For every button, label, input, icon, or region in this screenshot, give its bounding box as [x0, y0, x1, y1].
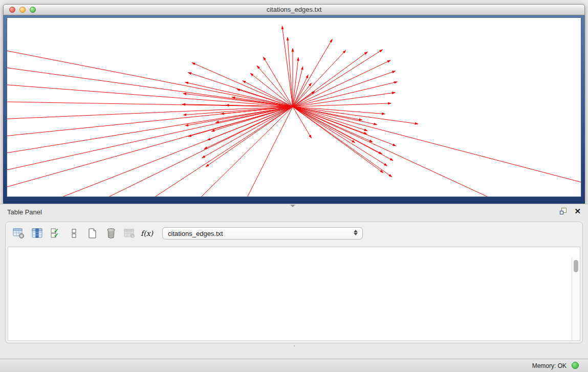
table-panel-body: ✓✓ x f(x) citations_edges.txt: [5, 222, 583, 343]
table-panel-titlebar: Table Panel ✕: [0, 204, 588, 221]
combo-stepper-icon: [354, 230, 358, 235]
new-table-icon[interactable]: [84, 226, 101, 241]
delete-table-icon[interactable]: [103, 226, 119, 241]
table-selector-dropdown[interactable]: citations_edges.txt: [162, 227, 363, 239]
table-selector-value: citations_edges.txt: [168, 230, 223, 237]
table-panel-title: Table Panel: [7, 208, 42, 216]
network-canvas[interactable]: [7, 17, 581, 197]
function-builder-icon[interactable]: f(x): [141, 229, 153, 237]
zoom-window-icon[interactable]: [30, 7, 36, 13]
status-bar: Memory: OK: [0, 359, 588, 372]
table-toolbar: ✓✓ x f(x) citations_edges.txt: [6, 222, 582, 245]
table-settings-icon[interactable]: [11, 226, 27, 241]
node-table: [8, 247, 580, 341]
select-columns-icon[interactable]: ✓✓: [48, 226, 64, 241]
float-panel-icon[interactable]: [560, 208, 567, 214]
table-type-tabs: [294, 345, 295, 346]
table-scrollbar[interactable]: [572, 257, 580, 340]
traffic-lights: [9, 7, 36, 13]
network-window: citations_edges.txt: [3, 4, 585, 204]
table-scrollbar-thumb[interactable]: [574, 260, 578, 272]
row-height-icon[interactable]: [66, 226, 82, 241]
table-panel: Table Panel ✕ ✓✓: [0, 204, 588, 372]
table-column-icon[interactable]: [29, 226, 46, 241]
svg-text:x: x: [132, 234, 134, 238]
close-window-icon[interactable]: [9, 7, 15, 13]
window-titlebar[interactable]: citations_edges.txt: [3, 4, 585, 15]
import-table-icon[interactable]: x: [121, 226, 138, 241]
network-desktop: [3, 15, 585, 204]
citation-network-graph[interactable]: [7, 18, 581, 196]
memory-status-icon[interactable]: [572, 362, 579, 369]
svg-text:✓: ✓: [54, 232, 59, 239]
window-title: citations_edges.txt: [4, 5, 584, 15]
minimize-window-icon[interactable]: [19, 7, 26, 13]
close-panel-icon[interactable]: ✕: [574, 208, 581, 214]
memory-status-label: Memory: OK: [532, 362, 567, 369]
